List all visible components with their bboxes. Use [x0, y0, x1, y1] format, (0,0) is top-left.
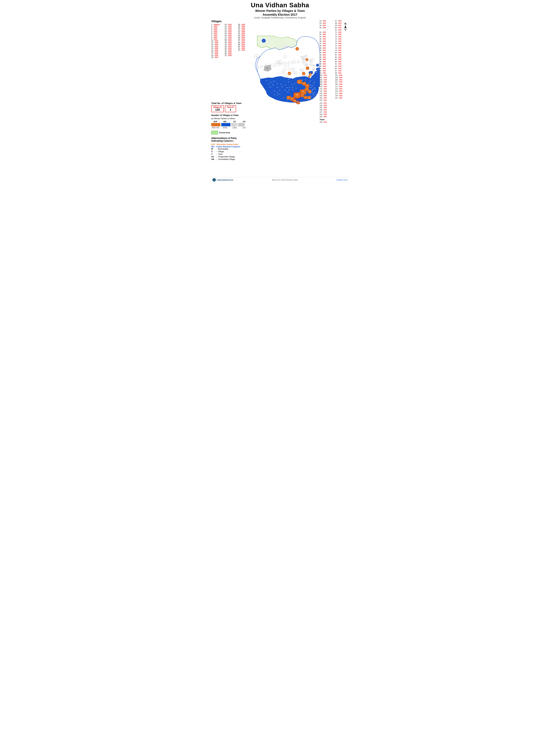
abbrev-title: Abbreviations & Party Indicating Colours…: [211, 137, 254, 142]
v80-label: 80: [311, 96, 312, 97]
list-item: 42 - XXX: [238, 31, 251, 33]
village-3-label: 3: [256, 56, 257, 57]
list-item: 24 - XXX: [225, 31, 238, 33]
list-item: 10 - XXX: [211, 40, 225, 42]
bjp-sub: (XXV+XT): [211, 127, 220, 129]
list-item: 37 - XXX: [225, 55, 238, 56]
village-14-label: 14: [292, 69, 293, 70]
list-item: 82 - XXX: [320, 52, 334, 54]
v25-label: 25: [280, 84, 281, 85]
map-svg: 1 3 128 126 123 2 117 125 124: [251, 20, 320, 123]
list-item: 77 - XXX: [335, 45, 350, 47]
footer-right: ©Datanet India: [336, 179, 348, 181]
list-item: 63 - XXX: [320, 33, 334, 36]
list-item: 3 - XXX: [211, 27, 225, 29]
v37-label: 37: [268, 84, 270, 85]
list-item: 105 - XXX: [335, 79, 350, 81]
list-item: 6 - XXX: [211, 33, 225, 35]
subtitle2: Assembly Election 2017: [213, 13, 347, 16]
villages-title: Villages: [211, 20, 252, 23]
uv1-bar: [231, 123, 237, 126]
village-20-label: 20: [306, 76, 307, 77]
v76-label: 76: [314, 92, 315, 93]
list-item: 23 - XXX: [225, 29, 238, 31]
v62-label: 62: [313, 89, 314, 90]
village-12-label: 12: [316, 72, 317, 73]
v34-label: 34: [291, 84, 293, 85]
list-item: 36 - XXX: [225, 53, 238, 55]
footer-center: Map Not to Scale Disclaimer Apply: [272, 179, 298, 181]
list-item: 69 - XXX: [320, 47, 334, 49]
list-item: 14 - XXX: [211, 47, 225, 49]
v78-label: 78: [316, 93, 317, 94]
list-item: 56 - XXX: [320, 27, 334, 29]
v57-label: 57: [279, 90, 280, 91]
v83-label: 83: [292, 98, 293, 99]
v97-label: 97: [287, 99, 288, 101]
list-item: 87 - XXX: [335, 58, 350, 61]
village-126-label: 126: [278, 61, 280, 63]
village-11-label: 11: [317, 64, 318, 66]
forest-region: [257, 36, 297, 50]
list-item: 96 - XXX: [320, 70, 334, 72]
list-item: 5 - XXX: [211, 31, 225, 33]
subtitle1: Winner Parties by Villages & Town: [213, 9, 347, 13]
list-item: 17 - XXX: [211, 53, 225, 55]
v22b-label: 22: [288, 79, 289, 80]
list-item: 29 - XXX: [225, 40, 238, 42]
v81-label: 81: [308, 97, 310, 98]
list-item: 66 - XXX: [320, 40, 334, 42]
town-label: Town: [320, 118, 350, 121]
villages-section: Villages 1 - Sapnes 2 - XXX 3 - XXX 4 - …: [211, 20, 252, 58]
village-2-label: 2: [297, 48, 298, 50]
v38-label: 38: [270, 87, 271, 88]
forest-box: [211, 131, 218, 134]
abbreviations-section: Abbreviations & Party Indicating Colours…: [211, 137, 254, 160]
list-item: 88 - XXX: [320, 61, 334, 63]
list-item: 115 - XXX: [335, 90, 350, 92]
village-col1: 1 - Sapnes 2 - XXX 3 - XXX 4 - XXX 5 - X…: [211, 24, 225, 58]
list-item: 109 - XXX: [335, 83, 350, 85]
town-count-cell: Town (T) 1: [225, 105, 236, 112]
right-village-grid: 53 - XXX 57 - XXX 54 - XXX 58 - XXX 55 -…: [320, 20, 350, 101]
v96-label: 96: [291, 102, 292, 103]
list-item: 118 - XXX: [320, 95, 334, 97]
v71-label: 71: [274, 94, 275, 96]
list-item: 9 - XXX: [211, 38, 225, 40]
v84-label: 84: [288, 97, 289, 98]
v69-label: 69: [279, 94, 280, 95]
logo-icon: i: [212, 178, 216, 182]
abbrev-v: V - Village: [211, 150, 254, 153]
list-item: 16 - XXX: [211, 51, 225, 53]
v103-label: 103: [301, 102, 303, 103]
inc-legend-label: INC: [221, 121, 229, 123]
v95-label: 95: [311, 101, 312, 102]
villages-grid: 1 - Sapnes 2 - XXX 3 - XXX 4 - XXX 5 - X…: [211, 24, 252, 58]
list-item: 119 - XXX: [335, 95, 350, 97]
list-item: 4 - XXX: [211, 29, 225, 31]
list-item: 32 - XXX: [225, 45, 238, 47]
list-item: 1 - Sapnes: [211, 24, 225, 25]
v73-label: 73: [305, 97, 306, 98]
list-item: 8 - XXX: [211, 36, 225, 38]
list-item: 108 - XXX: [320, 83, 334, 85]
v60-label: 60: [306, 89, 308, 90]
totals-title: Total No. of Villages & Town: [211, 102, 254, 104]
v68-label: 68: [303, 91, 304, 92]
town-count: 1: [227, 108, 234, 111]
v77-label: 77: [314, 94, 315, 95]
footer-bar: i indiastatelections Map Not to Scale Di…: [210, 177, 350, 183]
list-item: 112 - XXX: [320, 88, 334, 90]
legend-bars: [211, 123, 254, 126]
v90-label: 90: [308, 99, 309, 100]
winner-parties-legend: Number of Villages & Town by Winner Part…: [211, 114, 254, 129]
list-item: 75 - XXX: [335, 40, 350, 42]
page: Una Vidhan Sabha Winner Parties by Villa…: [210, 0, 350, 183]
v106-label: 106: [306, 102, 308, 103]
list-item: 38 - XXX: [238, 24, 251, 25]
list-item: 52 - XXX: [238, 49, 251, 51]
forest-area-legend: Forest Area: [211, 131, 254, 134]
list-item: 62 - XXX: [320, 31, 334, 33]
v41-label: 41: [294, 83, 295, 84]
v28-label: 28: [302, 80, 303, 81]
